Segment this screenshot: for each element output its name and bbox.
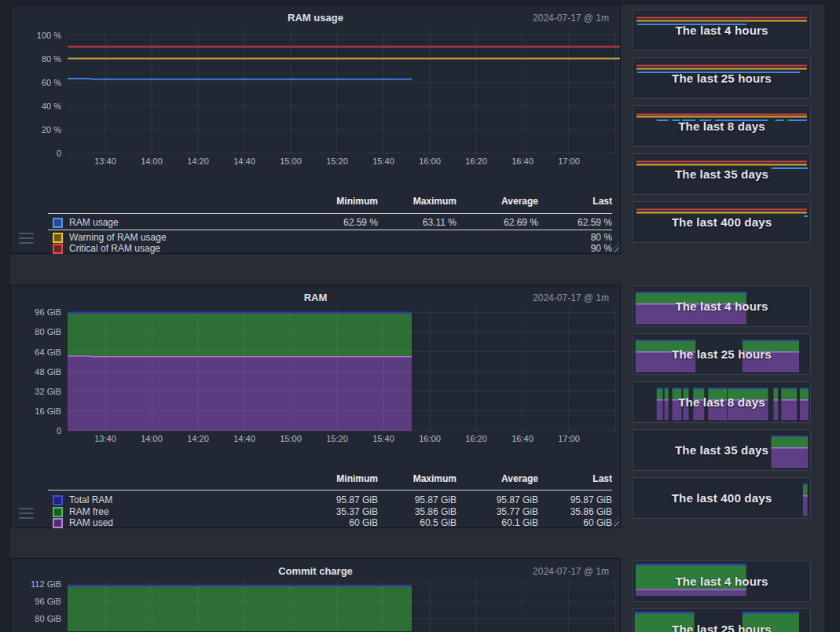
y-axis-tick-label: 80 GiB <box>35 614 61 623</box>
preview-panel-the-last-25-hours[interactable]: The last 25 hours <box>633 608 811 632</box>
panel-commit-charge: Commit charge 2024-07-17 @ 1m 112 GiB96 … <box>10 558 621 632</box>
legend-header-last: Last <box>592 195 612 208</box>
preview-panel-the-last-4-hours[interactable]: The last 4 hours <box>633 560 811 602</box>
preview-panel-the-last-4-hours[interactable]: The last 4 hours <box>633 285 811 327</box>
preview-panel-the-last-4-hours[interactable]: The last 4 hours <box>633 9 811 51</box>
legend-header-separator <box>48 490 612 491</box>
preview-panel-the-last-400-days[interactable]: The last 400 days <box>633 477 811 519</box>
legend-header-last: Last <box>592 472 612 485</box>
legend-header-minimum: Minimum <box>336 472 378 485</box>
preview-panel-the-last-400-days[interactable]: The last 400 days <box>633 201 811 243</box>
panel-title-ram-usage[interactable]: RAM usage <box>11 12 620 24</box>
legend-series-label-ram-usage[interactable]: RAM usage <box>69 216 119 229</box>
legend-swatch-warning-of-ram-usage[interactable] <box>53 233 63 243</box>
panel-timestamp: 2024-07-17 @ 1m <box>533 566 609 577</box>
legend-value: 62.69 % <box>504 216 538 229</box>
preview-label: The last 35 days <box>633 154 810 194</box>
panel-timestamp: 2024-07-17 @ 1m <box>533 292 609 303</box>
legend-value: 63.11 % <box>423 216 457 229</box>
panel-title-commit-charge[interactable]: Commit charge <box>11 565 620 577</box>
legend-swatch-ram-free[interactable] <box>53 507 63 517</box>
preview-label: The last 400 days <box>633 478 810 518</box>
legend-value: 60.5 GiB <box>420 516 457 529</box>
preview-label: The last 25 hours <box>633 334 810 374</box>
legend-value: 95.87 GiB <box>336 494 378 506</box>
preview-label: The last 35 days <box>633 430 810 470</box>
preview-label: The last 8 days <box>633 382 810 422</box>
legend-value: 60.1 GiB <box>501 516 538 529</box>
legend-value: 95.87 GiB <box>570 494 612 506</box>
preview-label: The last 4 hours <box>633 10 810 50</box>
legend-swatch-critical-of-ram-usage[interactable] <box>53 244 63 254</box>
preview-label: The last 25 hours <box>633 58 810 98</box>
preview-panel-the-last-25-hours[interactable]: The last 25 hours <box>633 57 811 99</box>
preview-label: The last 25 hours <box>633 609 810 632</box>
legend-header-minimum: Minimum <box>336 195 378 208</box>
legend-header-average: Average <box>501 472 538 485</box>
ram-legend: MinimumMaximumAverageLastTotal RAM95.87 … <box>11 285 620 527</box>
preview-panel-the-last-8-days[interactable]: The last 8 days <box>633 105 811 147</box>
legend-series-label-total-ram[interactable]: Total RAM <box>69 494 112 506</box>
legend-header-maximum: Maximum <box>413 195 457 208</box>
page-left-margin <box>0 0 10 632</box>
preview-panel-the-last-25-hours[interactable]: The last 25 hours <box>633 333 811 375</box>
legend-swatch-ram-used[interactable] <box>53 518 63 528</box>
preview-label: The last 4 hours <box>633 286 810 326</box>
legend-swatch-total-ram[interactable] <box>53 495 63 505</box>
row-drag-handle-icon[interactable] <box>19 508 35 522</box>
legend-value: 62.59 % <box>578 216 612 229</box>
legend-header-average: Average <box>501 195 538 208</box>
legend-swatch-ram-usage[interactable] <box>53 218 63 228</box>
legend-header-separator <box>48 213 612 214</box>
preview-panel-the-last-35-days[interactable]: The last 35 days <box>633 429 811 471</box>
panel-ram: RAM 2024-07-17 @ 1m 96 GiB80 GiB64 GiB48… <box>10 285 621 528</box>
y-axis-tick-label: 96 GiB <box>35 597 61 606</box>
series-area-stacked-area <box>68 586 412 631</box>
y-axis-tick-label: 112 GiB <box>31 579 61 589</box>
panel-title-ram[interactable]: RAM <box>11 292 620 303</box>
preview-panel-the-last-8-days[interactable]: The last 8 days <box>633 381 811 423</box>
panel-timestamp: 2024-07-17 @ 1m <box>533 13 609 24</box>
row-drag-handle-icon[interactable] <box>19 233 35 247</box>
preview-panel-the-last-35-days[interactable]: The last 35 days <box>633 153 811 195</box>
legend-series-label-ram-used[interactable]: RAM used <box>69 516 113 529</box>
preview-label: The last 400 days <box>633 202 810 242</box>
legend-row-separator <box>48 230 612 230</box>
legend-value: 95.87 GiB <box>415 494 457 506</box>
legend-header-maximum: Maximum <box>413 472 457 485</box>
legend-value: 95.87 GiB <box>497 494 538 506</box>
legend-value: 90 % <box>591 242 612 255</box>
preview-label: The last 8 days <box>633 106 810 146</box>
ram-usage-legend: MinimumMaximumAverageLastRAM usage62.59 … <box>11 6 620 253</box>
legend-value: 62.59 % <box>343 216 378 229</box>
panel-ram-usage: RAM usage 2024-07-17 @ 1m 100 %80 %60 %4… <box>10 5 621 254</box>
legend-value: 60 GiB <box>349 516 378 529</box>
legend-series-label-critical-of-ram-usage[interactable]: Critical of RAM usage <box>69 242 160 255</box>
preview-label: The last 4 hours <box>633 561 810 601</box>
legend-value: 60 GiB <box>583 516 612 529</box>
page-right-margin <box>824 0 840 632</box>
